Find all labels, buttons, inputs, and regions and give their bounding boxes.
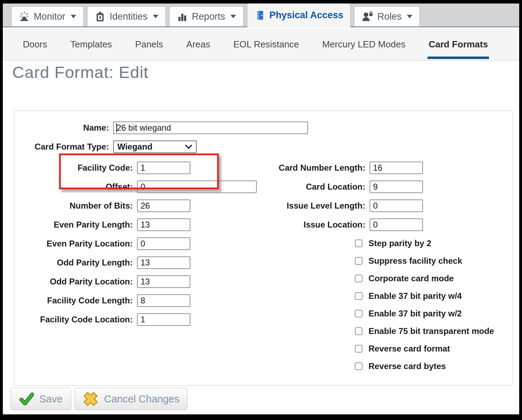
tab-physical-access[interactable]: Physical Access xyxy=(247,4,351,27)
reverse-card-bytes-checkbox[interactable] xyxy=(355,362,363,370)
cancel-x-icon xyxy=(83,391,99,407)
facility-code-label: Facility Code: xyxy=(10,163,133,173)
tab-label: Monitor xyxy=(34,11,65,22)
step-parity-by-2-checkbox[interactable] xyxy=(355,239,363,247)
tab-label: Physical Access xyxy=(269,10,344,21)
odd-parity-location-input[interactable] xyxy=(137,275,190,288)
tab-reports[interactable]: Reports xyxy=(169,6,243,26)
checkbox-label: Reverse card bytes xyxy=(368,361,446,371)
tab-label: Reports xyxy=(192,11,225,22)
checkbox-row-reverse-card-bytes: Reverse card bytes xyxy=(355,362,446,371)
name-input[interactable] xyxy=(113,122,308,134)
checkbox-label: Enable 75 bit transparent mode xyxy=(368,326,494,336)
even-parity-length-label: Even Parity Length: xyxy=(10,220,133,230)
name-label: Name: xyxy=(10,123,109,133)
card-location-input[interactable] xyxy=(370,181,423,193)
issue-location-input[interactable] xyxy=(370,218,423,231)
checkbox-row-step-parity-by-2: Step parity by 2 xyxy=(355,239,431,248)
enable-75-bit-transparent-mode-checkbox[interactable] xyxy=(355,327,363,335)
form-row-facility-code-location: Facility Code Location: xyxy=(10,313,190,326)
number-of-bits-input[interactable] xyxy=(137,199,190,212)
odd-parity-length-input[interactable] xyxy=(137,256,190,269)
issue-level-length-input[interactable] xyxy=(370,199,423,212)
save-button-label: Save xyxy=(39,393,63,405)
form-row-odd-parity-length: Odd Parity Length: xyxy=(10,256,190,269)
door-icon xyxy=(254,9,266,21)
sub-nav: Doors Templates Panels Areas EOL Resista… xyxy=(3,28,519,61)
form-row-even-parity-length: Even Parity Length: xyxy=(10,218,190,231)
checkbox-row-enable-37-bit-parity-w4: Enable 37 bit parity w/4 xyxy=(355,291,462,301)
subnav-item-templates[interactable]: Templates xyxy=(70,39,112,50)
tab-monitor[interactable]: Monitor xyxy=(11,6,84,26)
selected-option: Wiegand xyxy=(117,142,152,152)
app-content: Monitor Identities xyxy=(3,4,519,414)
tab-roles[interactable]: Roles xyxy=(354,6,420,26)
facility-code-length-label: Facility Code Length: xyxy=(10,296,133,306)
tab-identities[interactable]: Identities xyxy=(87,6,166,26)
even-parity-length-input[interactable] xyxy=(137,218,190,231)
form-row-card-number-length: Card Number Length: xyxy=(249,162,423,174)
form-row-even-parity-location: Even Parity Location: xyxy=(10,237,190,250)
even-parity-location-input[interactable] xyxy=(137,237,190,250)
card-location-label: Card Location: xyxy=(249,182,365,192)
checkbox-row-suppress-facility-check: Suppress facility check xyxy=(355,256,462,265)
checkbox-label: Enable 37 bit parity w/2 xyxy=(368,309,462,319)
checkbox-label: Corporate card mode xyxy=(368,274,454,283)
form-row-issue-level-length: Issue Level Length: xyxy=(249,199,423,212)
cancel-changes-button[interactable]: Cancel Changes xyxy=(74,388,188,410)
subnav-item-areas[interactable]: Areas xyxy=(186,39,210,50)
offset-label: Offset: xyxy=(10,182,133,192)
card-format-type-label: Card Format Type: xyxy=(10,142,109,152)
form-row-card-format-type: Card Format Type: Wiegand xyxy=(10,140,197,153)
facility-code-location-input[interactable] xyxy=(137,313,190,326)
select-chevron-icon xyxy=(185,144,193,150)
issue-location-label: Issue Location: xyxy=(249,220,365,230)
tab-label: Identities xyxy=(110,11,148,22)
cancel-button-label: Cancel Changes xyxy=(104,393,179,405)
page-title: Card Format: Edit xyxy=(12,63,149,82)
chevron-down-icon xyxy=(407,15,412,18)
suppress-facility-check-checkbox[interactable] xyxy=(355,257,363,265)
card-number-length-input[interactable] xyxy=(370,162,423,174)
check-icon xyxy=(19,393,34,405)
save-button[interactable]: Save xyxy=(11,388,71,410)
form-row-issue-location: Issue Location: xyxy=(249,218,423,231)
app-window: Monitor Identities xyxy=(0,0,522,420)
checkbox-label: Enable 37 bit parity w/4 xyxy=(368,291,462,301)
corporate-card-mode-checkbox[interactable] xyxy=(355,275,363,282)
subnav-item-card-formats[interactable]: Card Formats xyxy=(429,39,488,50)
card-number-length-label: Card Number Length: xyxy=(249,163,365,173)
form-row-facility-code-length: Facility Code Length: xyxy=(10,294,190,307)
facility-code-length-input[interactable] xyxy=(137,294,190,307)
checkbox-row-enable-75-bit-transparent-mode: Enable 75 bit transparent mode xyxy=(355,327,494,336)
alarm-icon xyxy=(19,11,30,22)
checkbox-row-enable-37-bit-parity-w2: Enable 37 bit parity w/2 xyxy=(355,309,462,318)
chevron-down-icon xyxy=(230,15,236,18)
form-row-offset: Offset: xyxy=(10,181,257,193)
form-row-name: Name: xyxy=(10,122,308,134)
reverse-card-format-checkbox[interactable] xyxy=(355,345,363,353)
badge-icon xyxy=(94,11,106,22)
chevron-down-icon xyxy=(71,15,76,18)
chevron-down-icon xyxy=(153,15,158,18)
subnav-item-panels[interactable]: Panels xyxy=(135,39,163,50)
facility-code-location-label: Facility Code Location: xyxy=(10,315,133,324)
form-row-odd-parity-location: Odd Parity Location: xyxy=(10,275,190,288)
checkbox-row-corporate-card-mode: Corporate card mode xyxy=(355,274,454,283)
checkbox-label: Step parity by 2 xyxy=(368,238,431,248)
facility-code-input[interactable] xyxy=(137,162,190,174)
subnav-item-doors[interactable]: Doors xyxy=(23,39,47,50)
card-format-type-select[interactable]: Wiegand xyxy=(113,140,197,153)
enable-37-bit-parity-w2-checkbox[interactable] xyxy=(355,310,363,317)
enable-37-bit-parity-w4-checkbox[interactable] xyxy=(355,292,363,300)
subnav-item-mercury-led-modes[interactable]: Mercury LED Modes xyxy=(322,39,405,50)
subnav-item-eol-resistance[interactable]: EOL Resistance xyxy=(233,39,299,50)
user-lock-icon xyxy=(361,11,373,22)
offset-input[interactable] xyxy=(137,181,257,193)
form-row-card-location: Card Location: xyxy=(249,181,423,193)
odd-parity-location-label: Odd Parity Location: xyxy=(10,277,133,287)
number-of-bits-label: Number of Bits: xyxy=(10,201,133,211)
text-cursor xyxy=(116,123,117,132)
form-row-number-of-bits: Number of Bits: xyxy=(10,199,190,212)
issue-level-length-label: Issue Level Length: xyxy=(249,201,365,211)
